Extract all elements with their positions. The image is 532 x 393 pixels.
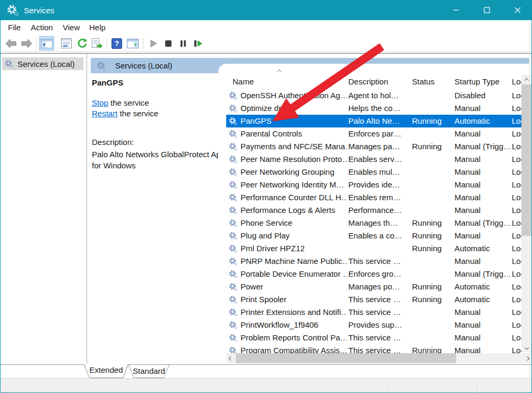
cell-name: Peer Name Resolution Proto… xyxy=(241,154,347,165)
table-row[interactable]: PanGPSPalo Alto Ne…RunningAutomaticLoc xyxy=(226,115,521,127)
tree-item-services-local[interactable]: Services (Local) xyxy=(2,57,83,70)
column-header-name[interactable]: Name xyxy=(233,76,342,87)
vertical-scrollbar-thumb[interactable] xyxy=(521,84,531,236)
scroll-up-button[interactable] xyxy=(522,75,531,84)
cell-startup: Manual xyxy=(454,230,510,241)
menu-bar: File Action View Help xyxy=(1,20,531,35)
restart-service-button[interactable] xyxy=(191,36,205,50)
tab-extended[interactable]: Extended xyxy=(84,364,128,378)
cell-startup: Manual xyxy=(454,167,510,177)
cell-name: Portable Device Enumerator … xyxy=(241,269,347,279)
table-row[interactable]: Peer Networking Identity M…Provides ide…… xyxy=(226,178,521,191)
table-row[interactable]: Portable Device Enumerator …Enforces gro… xyxy=(226,268,521,280)
restart-service-link[interactable]: Restart xyxy=(92,109,117,118)
horizontal-scrollbar-thumb[interactable] xyxy=(236,353,456,363)
table-row[interactable]: PrintWorkflow_1f9406Provides sup…ManualL… xyxy=(226,319,521,331)
table-row[interactable]: Print SpoolerThis service …RunningAutoma… xyxy=(226,293,521,306)
scroll-down-button[interactable] xyxy=(522,344,531,353)
table-row[interactable]: OpenSSH Authentication Ag…Agent to hol…D… xyxy=(226,89,521,102)
restart-service-icon xyxy=(193,39,203,48)
start-service-button[interactable] xyxy=(146,36,161,50)
back-button[interactable] xyxy=(3,36,18,50)
show-console-tree-icon xyxy=(41,39,53,48)
cell-startup: Manual xyxy=(454,205,510,216)
show-console-tree-button[interactable] xyxy=(39,36,54,50)
cell-log: Loc xyxy=(512,281,521,292)
service-gear-icon xyxy=(229,232,237,240)
table-row[interactable]: Problem Reports Control Pa…This service … xyxy=(226,331,521,344)
table-row[interactable]: Peer Networking GroupingEnables mul…Manu… xyxy=(226,166,521,178)
table-row[interactable]: Peer Name Resolution Proto…Enables serv…… xyxy=(226,153,521,166)
export-list-button[interactable] xyxy=(90,36,105,50)
cell-desc: Enforces gro… xyxy=(348,269,408,279)
table-row[interactable]: Performance Counter DLL H…Enables rem…Ma… xyxy=(226,191,521,204)
service-gear-icon xyxy=(229,283,237,291)
table-row[interactable]: Pml Driver HPZ12RunningAutomaticLoc xyxy=(226,242,521,255)
table-row[interactable]: Parental ControlsEnforces par…ManualLoc xyxy=(226,127,521,140)
menu-view[interactable]: View xyxy=(63,22,80,33)
stop-service-button[interactable] xyxy=(161,36,176,50)
table-row[interactable]: Phone ServiceManages th…RunningManual (T… xyxy=(226,217,521,229)
stop-service-link[interactable]: Stop xyxy=(92,98,108,107)
table-row[interactable]: PNRP Machine Name Public…This service …M… xyxy=(226,255,521,268)
menu-action[interactable]: Action xyxy=(31,22,53,33)
cell-log: Loc xyxy=(512,307,521,318)
service-gear-icon xyxy=(229,181,237,189)
stop-service-text: the service xyxy=(108,98,149,107)
table-row[interactable]: PowerManages po…RunningAutomaticLoc xyxy=(226,280,521,293)
cell-desc: Manages pa… xyxy=(348,141,408,152)
scroll-right-button[interactable] xyxy=(522,354,531,363)
scroll-left-button[interactable] xyxy=(226,354,235,363)
cell-startup: Manual xyxy=(454,320,510,330)
service-gear-icon xyxy=(229,117,237,125)
refresh-icon xyxy=(77,38,88,49)
column-header-description[interactable]: Description xyxy=(348,76,408,87)
table-row[interactable]: Printer Extensions and Notifi…This servi… xyxy=(226,306,521,319)
horizontal-scrollbar[interactable] xyxy=(226,353,531,363)
service-gear-icon xyxy=(229,155,237,164)
column-header-status[interactable]: Status xyxy=(412,76,452,87)
service-gear-icon xyxy=(229,334,237,342)
forward-icon xyxy=(21,39,32,48)
toolbar: ? xyxy=(1,35,531,52)
minimize-button[interactable] xyxy=(444,0,468,20)
tab-extended-label: Extended xyxy=(84,365,128,374)
help-button[interactable]: ? xyxy=(109,36,124,50)
maximize-button[interactable] xyxy=(475,0,499,20)
properties-button[interactable] xyxy=(59,36,74,50)
cell-name: Parental Controls xyxy=(241,129,347,139)
table-row[interactable]: Plug and PlayEnables a co…RunningManualL… xyxy=(226,229,521,242)
cell-startup: Automatic xyxy=(454,294,510,305)
table-row[interactable]: Performance Logs & AlertsPerformance…Man… xyxy=(226,204,521,217)
description-text: Palo Alto Networks GlobalProtect App for… xyxy=(92,149,226,171)
menu-help[interactable]: Help xyxy=(89,22,106,33)
services-list: OpenSSH Authentication Ag…Agent to hol…D… xyxy=(226,89,521,353)
table-row[interactable]: Optimize drivesHelps the co…ManualLoc xyxy=(226,102,521,115)
refresh-button[interactable] xyxy=(75,36,90,50)
cell-startup: Manual (Trigg… xyxy=(454,269,510,279)
cell-status xyxy=(412,167,452,177)
close-icon xyxy=(514,7,521,13)
service-gear-icon xyxy=(229,244,237,253)
services-window: Services File Action View Help xyxy=(0,0,532,393)
forward-button[interactable] xyxy=(19,36,34,50)
vertical-scrollbar[interactable] xyxy=(521,75,531,353)
close-button[interactable] xyxy=(505,0,530,20)
cell-startup: Manual xyxy=(454,192,510,203)
cell-desc xyxy=(348,243,408,254)
menu-file[interactable]: File xyxy=(8,22,21,33)
console-content: Services (Local) Services (Local) PanGPS… xyxy=(1,53,531,364)
service-gear-icon xyxy=(229,91,237,100)
table-row[interactable]: Payments and NFC/SE Mana…Manages pa…Runn… xyxy=(226,140,521,153)
cell-status xyxy=(412,90,452,101)
pause-service-button[interactable] xyxy=(176,36,191,50)
tab-standard[interactable]: Standard xyxy=(128,365,169,378)
service-gear-icon xyxy=(229,104,237,113)
show-action-pane-button[interactable] xyxy=(125,36,140,50)
cell-desc: Enables mul… xyxy=(348,167,408,177)
cell-status xyxy=(412,332,452,343)
column-header-startup-type[interactable]: Startup Type xyxy=(454,76,510,87)
table-row[interactable]: Program Compatibility Assis…This service… xyxy=(226,344,521,353)
cell-name: PNRP Machine Name Public… xyxy=(241,256,347,267)
cell-log: Loc xyxy=(512,332,521,343)
